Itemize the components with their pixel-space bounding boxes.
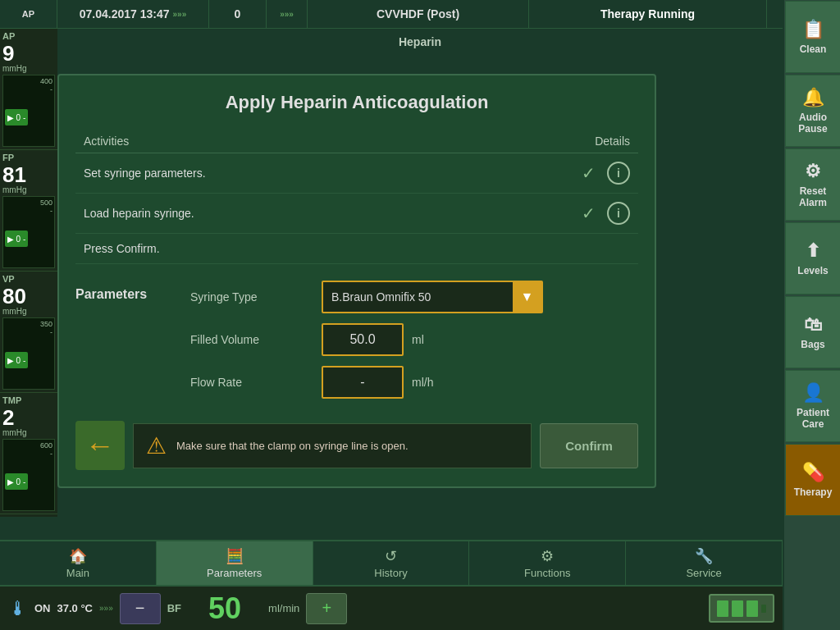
ap-label: AP <box>22 9 34 19</box>
activities-table: Activities Details Set syringe parameter… <box>75 130 638 264</box>
therapy-icon: 💊 <box>802 462 824 483</box>
ts-mode: CVVHDF (Post) <box>308 0 529 28</box>
activities-col-header: Activities <box>75 130 459 153</box>
flow-rate-row: Flow Rate ml/h <box>190 366 638 399</box>
nav-functions[interactable]: ⚙ Functions <box>469 541 626 585</box>
history-icon: ↺ <box>385 547 397 565</box>
patient-care-button[interactable]: 👤 Patient Care <box>785 370 840 442</box>
clean-button[interactable]: 📋 Clean <box>785 1 840 73</box>
flow-value: 50 <box>188 591 262 626</box>
activity-2-text: Load heparin syringe. <box>75 194 459 234</box>
flow-rate-unit: ml/h <box>412 376 433 389</box>
battery-bar-3 <box>746 600 758 617</box>
audio-pause-button[interactable]: 🔔 Audio Pause <box>785 75 840 147</box>
sensor-fp: FP 81 mmHg 500- ▶ 0 - <box>0 150 57 272</box>
ts-status: Therapy Running <box>529 0 767 28</box>
ts-datetime: 07.04.2017 13:47 »»» <box>57 0 209 28</box>
therapy-button[interactable]: 💊 Therapy <box>785 444 840 516</box>
sensor-tmp-play[interactable]: ▶ 0 - <box>5 473 28 490</box>
reset-alarm-button[interactable]: ⚙ Reset Alarm <box>785 148 840 221</box>
reset-label: Reset Alarm <box>799 185 827 208</box>
patient-icon: 👤 <box>802 382 824 404</box>
activity-3-empty <box>459 234 638 264</box>
on-label: ON <box>34 602 51 614</box>
dropdown-arrow-icon[interactable]: ▼ <box>513 281 541 313</box>
sensor-tmp-graph: 600- ▶ 0 - <box>2 439 55 511</box>
sensor-fp-value: 81 <box>2 164 55 185</box>
sensor-ap-play[interactable]: ▶ 0 - <box>5 109 28 126</box>
sensor-ap-label: AP <box>2 31 55 41</box>
top-value: 0 <box>235 7 241 21</box>
ts-ap: AP <box>0 0 57 28</box>
thermometer-icon: 🌡 <box>8 597 28 620</box>
ts-arrows: »»» <box>267 0 308 28</box>
filled-volume-input[interactable] <box>322 323 404 356</box>
ts-val: 0 <box>209 0 267 28</box>
activity-row-2: Load heparin syringe. ✓ i <box>75 194 638 234</box>
sensor-ap-unit: mmHg <box>2 64 55 73</box>
sensor-fp-scale: 500- <box>40 199 52 215</box>
battery-indicator <box>709 594 774 623</box>
sensor-fp-play[interactable]: ▶ 0 - <box>5 231 28 247</box>
sensor-vp-label: VP <box>2 274 55 284</box>
levels-button[interactable]: ⬆ Levels <box>785 222 840 294</box>
details-col-header: Details <box>459 130 638 153</box>
back-button[interactable]: ← <box>75 421 125 470</box>
info-btn-2[interactable]: i <box>607 202 630 225</box>
activity-1-text: Set syringe parameters. <box>75 153 459 194</box>
confirm-button[interactable]: Confirm <box>540 423 638 468</box>
sensor-tmp-unit: mmHg <box>2 428 55 437</box>
filled-volume-row: Filled Volume ml <box>190 323 638 356</box>
service-icon: 🔧 <box>695 547 713 565</box>
params-label: Parameters <box>75 281 174 302</box>
datetime-arrows: »»» <box>173 10 187 19</box>
syringe-type-value: B.Braun Omnifix 50 <box>323 290 513 304</box>
top-arrows: »»» <box>280 10 294 19</box>
sensor-ap-value: 9 <box>2 43 55 64</box>
nav-functions-label: Functions <box>524 567 570 579</box>
sensor-fp-graph: 500- ▶ 0 - <box>2 196 55 268</box>
flow-rate-label: Flow Rate <box>190 376 313 389</box>
reset-icon: ⚙ <box>805 161 821 182</box>
home-icon: 🏠 <box>69 547 87 565</box>
syringe-type-row: Syringe Type B.Braun Omnifix 50 ▼ <box>190 281 638 313</box>
check-icon-1: ✓ <box>582 163 596 183</box>
sensor-tmp-label: TMP <box>2 395 55 405</box>
check-icon-2: ✓ <box>582 203 596 223</box>
warning-text: Make sure that the clamp on syringe line… <box>176 440 409 452</box>
sensor-vp-play[interactable]: ▶ 0 - <box>5 352 28 368</box>
nav-main[interactable]: 🏠 Main <box>0 541 157 585</box>
sensor-vp-value: 80 <box>2 285 55 307</box>
mode-text: CVVHDF (Post) <box>377 7 459 21</box>
syringe-type-dropdown[interactable]: B.Braun Omnifix 50 ▼ <box>322 281 543 313</box>
battery-bar-1 <box>717 600 728 617</box>
plus-button[interactable]: + <box>306 593 347 624</box>
nav-history[interactable]: ↺ History <box>313 541 470 585</box>
sensor-vp: VP 80 mmHg 350- ▶ 0 - <box>0 272 57 393</box>
activity-3-text: Press Confirm. <box>75 234 459 264</box>
sensor-fp-label: FP <box>2 153 55 162</box>
bags-icon: 🛍 <box>804 314 822 336</box>
battery-bar-4 <box>761 605 766 613</box>
bottom-nav: 🏠 Main 🧮 Parameters ↺ History ⚙ Function… <box>0 540 783 585</box>
flow-rate-input[interactable] <box>322 366 404 399</box>
therapy-label: Therapy <box>794 486 833 498</box>
minus-button[interactable]: − <box>120 593 161 624</box>
datetime-text: 07.04.2017 13:47 <box>80 7 170 21</box>
bags-button[interactable]: 🛍 Bags <box>785 296 840 368</box>
warning-area: ← ⚠ Make sure that the clamp on syringe … <box>75 421 638 470</box>
activity-1-check: ✓ i <box>459 153 638 194</box>
activity-row-1: Set syringe parameters. ✓ i <box>75 153 638 194</box>
nav-service[interactable]: 🔧 Service <box>626 541 783 585</box>
activity-row-3: Press Confirm. <box>75 234 638 264</box>
temp-arrows: »»» <box>99 604 113 613</box>
sensor-ap: AP 9 mmHg 400- ▶ 0 - <box>0 29 57 150</box>
sensor-tmp-scale: 600- <box>40 441 52 458</box>
left-panel: AP 9 mmHg 400- ▶ 0 - FP 81 mmHg 500- ▶ 0… <box>0 29 57 517</box>
clean-icon: 📋 <box>802 19 824 40</box>
info-btn-1[interactable]: i <box>607 162 630 185</box>
sensor-tmp: TMP 2 mmHg 600- ▶ 0 - <box>0 393 57 514</box>
dialog-title: Apply Heparin Anticoagulation <box>75 92 638 113</box>
bottom-status: 🌡 ON 37.0 °C »»» − BF 50 ml/min + <box>0 585 783 630</box>
nav-parameters[interactable]: 🧮 Parameters <box>157 541 313 585</box>
